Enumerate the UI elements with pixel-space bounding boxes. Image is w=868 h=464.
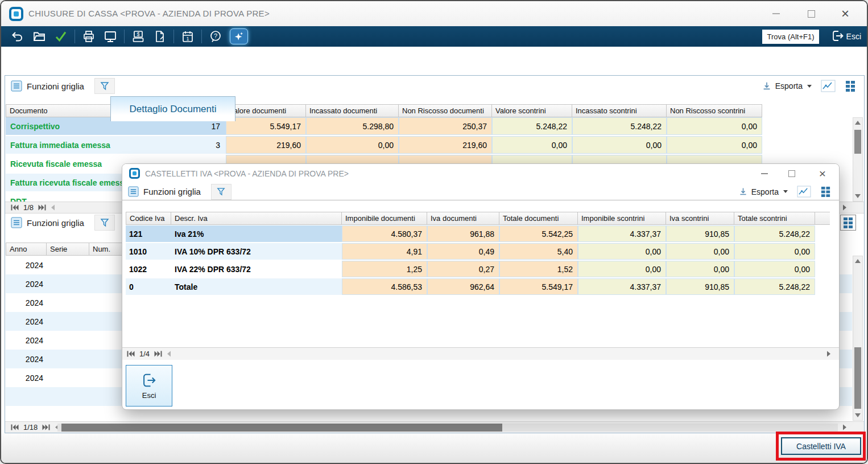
esporta-button[interactable]: Esporta [762, 81, 812, 91]
cell-anno: 2024 [6, 312, 47, 331]
table-row[interactable]: 121 Iva 21% 4.580,37 961,88 5.542,25 4.3… [126, 225, 830, 243]
esporta-button[interactable]: Esporta [738, 187, 788, 196]
chart-icon[interactable] [821, 80, 836, 92]
registry-grid-vscrollbar[interactable] [853, 256, 863, 421]
hscrollbar-track[interactable] [57, 424, 838, 432]
first-page-icon[interactable] [11, 424, 19, 430]
cell-valore-documenti: 5.549,17 [226, 117, 306, 135]
print-icon[interactable] [78, 28, 100, 45]
cell-iva-documenti: 961,88 [427, 225, 499, 242]
table-row[interactable]: 1010 IVA 10% DPR 633/72 4,91 0,49 5,40 0… [126, 243, 830, 261]
table-row[interactable]: 1022 IVA 22% DPR 633/72 1,25 0,27 1,52 0… [126, 261, 830, 278]
next-page-icon[interactable] [842, 424, 847, 430]
prev-page-icon[interactable] [167, 351, 171, 357]
exit-icon [141, 372, 157, 388]
undo-icon[interactable] [7, 28, 28, 45]
column-header[interactable]: Imponibile scontrini [578, 212, 666, 225]
trova-button[interactable]: Trova (Alt+F1) [762, 30, 819, 44]
grid-layout-icon[interactable] [845, 80, 856, 92]
table-row-totale[interactable]: 0 Totale 4.586,53 962,64 5.549,17 4.337,… [126, 278, 830, 296]
dialog-minimize-button[interactable] [755, 164, 774, 183]
cell-descr-iva: IVA 22% DPR 633/72 [171, 261, 342, 277]
cell-totale-documenti: 5.542,25 [499, 225, 578, 242]
dialog-titlebar[interactable]: CASTELLETTI IVA <PROVA - AZIENDA DI PROV… [122, 164, 839, 183]
monitor-icon[interactable] [100, 28, 121, 45]
dialog-close-button[interactable]: × [813, 164, 832, 183]
prev-page-icon[interactable] [51, 204, 55, 211]
chevron-down-icon [783, 190, 788, 193]
funzioni-griglia-label[interactable]: Funzioni griglia [27, 218, 84, 228]
scroll-thumb[interactable] [854, 130, 861, 154]
next-page-icon[interactable] [826, 351, 831, 357]
cell-incassato-scontrini: 5.248,22 [572, 117, 667, 135]
confirm-check-icon[interactable] [50, 28, 72, 45]
esci-toolbar-button[interactable]: Esci [831, 29, 861, 44]
column-header[interactable]: Totale scontrini [734, 212, 815, 225]
close-button[interactable]: × [834, 1, 857, 26]
iva-grid-pagination: 1/4 [122, 347, 839, 360]
cash-register-icon[interactable]: $ [127, 28, 149, 45]
scroll-thumb[interactable] [854, 347, 861, 409]
status-bar [1, 433, 867, 464]
column-header[interactable]: Anno [6, 243, 47, 256]
filter-icon[interactable] [211, 184, 232, 200]
last-page-icon[interactable] [38, 204, 46, 211]
column-header[interactable]: Descr. Iva [171, 212, 342, 225]
column-header[interactable]: Non Riscosso scontrini [667, 104, 762, 117]
table-row[interactable]: Fattura immediata emessa 3 219,60 0,00 2… [6, 136, 852, 155]
scroll-down-icon[interactable] [853, 410, 862, 420]
column-header[interactable]: Valore documenti [226, 104, 306, 117]
grid-layout-icon[interactable] [840, 215, 856, 231]
tab-dettaglio-documenti[interactable]: Dettaglio Documenti [110, 96, 235, 121]
esci-toolbar-label: Esci [846, 32, 861, 41]
dialog-maximize-button[interactable] [782, 164, 801, 183]
cell-anno: 2024 [6, 274, 47, 293]
grid-layout-icon[interactable] [820, 186, 831, 197]
next-page-icon[interactable] [842, 204, 847, 211]
column-header[interactable]: Iva documenti [427, 212, 499, 225]
svg-text:?: ? [214, 32, 217, 39]
window-titlebar[interactable]: CHIUSURE DI CASSA <PROVA - AZIENDA DI PR… [1, 1, 867, 26]
grid-menu-icon[interactable] [11, 217, 22, 228]
filter-icon[interactable] [94, 215, 115, 231]
cell-non-riscosso-documenti: 219,60 [399, 136, 492, 154]
minimize-button[interactable] [764, 1, 787, 26]
main-toolbar: $ 1 ? Trova (Alt+F1) Esci [1, 26, 867, 47]
open-folder-icon[interactable] [28, 28, 50, 45]
documents-grid-vscrollbar[interactable] [853, 117, 863, 202]
scroll-up-icon[interactable] [853, 118, 862, 128]
scroll-down-icon[interactable] [853, 191, 862, 201]
grid-menu-icon[interactable] [128, 186, 139, 197]
first-page-icon[interactable] [127, 351, 135, 357]
last-page-icon[interactable] [42, 424, 50, 430]
hscrollbar-thumb[interactable] [61, 424, 502, 432]
page-indicator: 1/4 [139, 350, 150, 358]
maximize-button[interactable] [800, 1, 822, 26]
cell-imponibile-documenti: 4.580,37 [342, 225, 427, 242]
help-icon[interactable]: ? [205, 28, 226, 45]
castelletti-iva-button[interactable]: Castelletti IVA [781, 437, 861, 455]
document-icon[interactable] [149, 28, 171, 45]
last-page-icon[interactable] [154, 351, 162, 357]
column-header[interactable]: Incassato documenti [306, 104, 399, 117]
cell-codice-iva: 121 [126, 225, 171, 242]
column-header[interactable]: Non Riscosso documenti [399, 104, 492, 117]
calendar-icon[interactable]: 1 [177, 28, 199, 45]
funzioni-griglia-label[interactable]: Funzioni griglia [143, 187, 201, 196]
esporta-label: Esporta [751, 187, 779, 196]
scroll-up-icon[interactable] [853, 256, 862, 266]
sparkle-ai-icon[interactable] [230, 28, 248, 44]
filter-icon[interactable] [94, 78, 115, 94]
chart-icon[interactable] [797, 186, 811, 198]
first-page-icon[interactable] [11, 204, 19, 211]
column-header[interactable]: Iva scontrini [666, 212, 734, 225]
column-header[interactable]: Incassato scontrini [572, 104, 667, 117]
column-header[interactable]: Serie [47, 243, 89, 256]
column-header[interactable]: Totale documenti [499, 212, 578, 225]
grid-menu-icon[interactable] [11, 80, 22, 92]
dialog-esci-button[interactable]: Esci [126, 365, 172, 406]
column-header[interactable]: Codice Iva [126, 212, 171, 225]
column-header[interactable]: Imponibile documenti [342, 212, 427, 225]
funzioni-griglia-label[interactable]: Funzioni griglia [27, 81, 84, 91]
column-header[interactable]: Valore scontrini [492, 104, 572, 117]
